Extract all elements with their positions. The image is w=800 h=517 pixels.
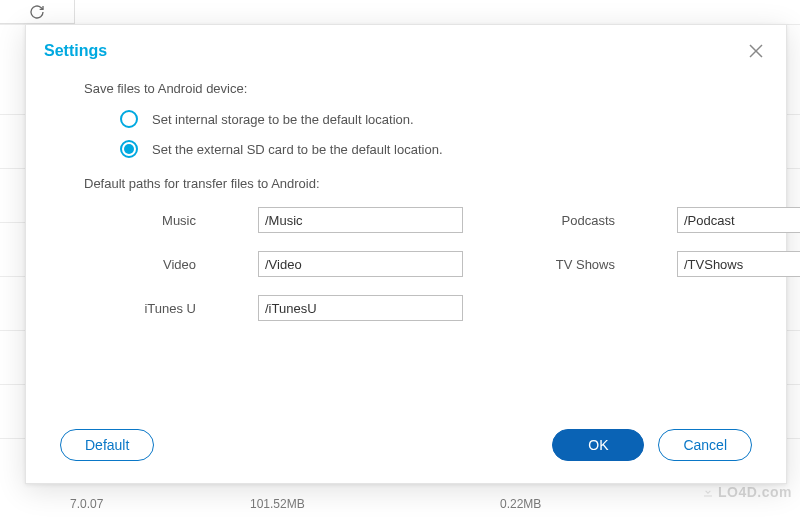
download-icon <box>702 483 714 501</box>
default-button[interactable]: Default <box>60 429 154 461</box>
paths-grid: Music Podcasts Video TV Shows iTunes U <box>96 207 746 321</box>
tvshows-field[interactable] <box>677 251 800 277</box>
dialog-body: Save files to Android device: Set intern… <box>26 73 786 321</box>
refresh-icon <box>29 4 45 20</box>
radio-icon <box>120 110 138 128</box>
cancel-button[interactable]: Cancel <box>658 429 752 461</box>
save-location-label: Save files to Android device: <box>84 81 746 96</box>
radio-icon <box>120 140 138 158</box>
background-cell: 101.52MB <box>250 497 305 511</box>
dialog-footer: Default OK Cancel <box>26 411 786 483</box>
dialog-title: Settings <box>44 42 107 60</box>
itunesu-field[interactable] <box>258 295 463 321</box>
background-refresh-button[interactable] <box>0 0 75 24</box>
background-cell: 0.22MB <box>500 497 541 511</box>
video-field[interactable] <box>258 251 463 277</box>
default-paths-label: Default paths for transfer files to Andr… <box>84 176 746 191</box>
close-icon <box>748 43 764 59</box>
music-label: Music <box>96 213 196 228</box>
podcasts-label: Podcasts <box>525 213 615 228</box>
music-field[interactable] <box>258 207 463 233</box>
background-cell: 7.0.07 <box>70 497 103 511</box>
radio-option-internal[interactable]: Set internal storage to be the default l… <box>120 110 746 128</box>
itunesu-label: iTunes U <box>96 301 196 316</box>
radio-label: Set the external SD card to be the defau… <box>152 142 443 157</box>
ok-button[interactable]: OK <box>552 429 644 461</box>
tvshows-label: TV Shows <box>525 257 615 272</box>
podcasts-field[interactable] <box>677 207 800 233</box>
radio-option-sdcard[interactable]: Set the external SD card to be the defau… <box>120 140 746 158</box>
settings-dialog: Settings Save files to Android device: S… <box>25 24 787 484</box>
close-button[interactable] <box>744 39 768 63</box>
radio-label: Set internal storage to be the default l… <box>152 112 414 127</box>
dialog-header: Settings <box>26 25 786 73</box>
video-label: Video <box>96 257 196 272</box>
